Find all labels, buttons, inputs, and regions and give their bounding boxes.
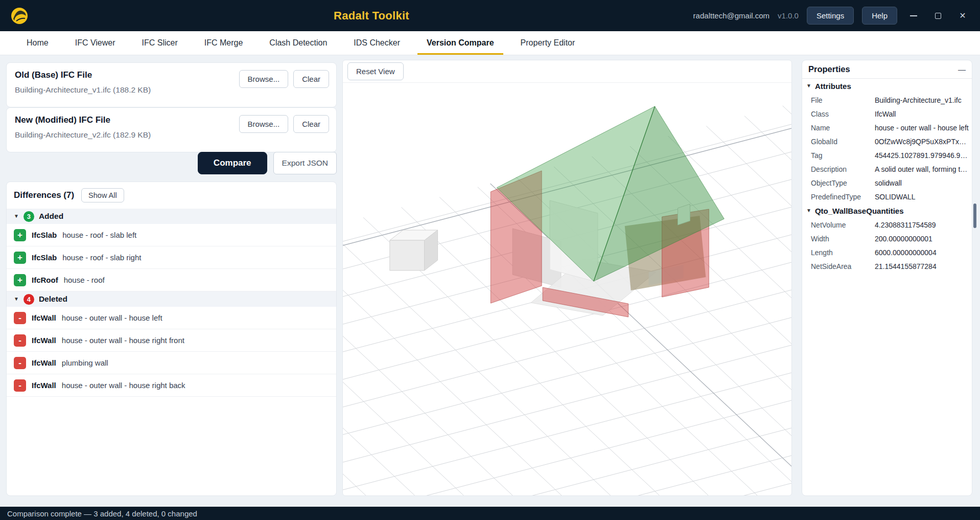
app-title: Radalt Toolkit xyxy=(334,9,409,22)
viewport-3d[interactable]: Reset View xyxy=(342,60,792,496)
tab-version-compare[interactable]: Version Compare xyxy=(413,31,507,55)
prop-key: Width xyxy=(802,235,875,243)
prop-value: SOLIDWALL xyxy=(875,193,919,201)
diff-item-deleted-2[interactable]: - IfcWall house - outer wall - house rig… xyxy=(7,329,336,352)
prop-key: Description xyxy=(802,165,875,173)
prop-value: 21.1544155877284 xyxy=(875,262,940,270)
new-file-clear-button[interactable]: Clear xyxy=(293,115,329,133)
prop-row-tag: Tag 454425.1027891.979946.932... xyxy=(802,148,972,162)
prop-row-length: Length 6000.00000000004 xyxy=(802,245,972,259)
diff-item-desc: house - outer wall - house right front xyxy=(62,336,184,345)
prop-value: 454425.1027891.979946.932... xyxy=(875,151,972,160)
prop-row-class: Class IfcWall xyxy=(802,107,972,121)
minus-icon: - xyxy=(14,357,26,369)
titlebar: Radalt Toolkit radalttech@gmail.com v1.0… xyxy=(0,0,980,31)
prop-row-description: Description A solid outer wall, forming … xyxy=(802,162,972,176)
viewport-toolbar: Reset View xyxy=(343,60,791,83)
properties-title: Properties xyxy=(808,64,850,74)
diff-group-added[interactable]: ▼ 3 Added xyxy=(7,209,336,224)
section-attributes[interactable]: ▼ Attributes xyxy=(802,79,972,93)
caret-down-icon: ▼ xyxy=(14,297,19,302)
prop-key: NetVolume xyxy=(802,221,875,229)
caret-down-icon: ▼ xyxy=(806,208,811,213)
prop-value: A solid outer wall, forming th... xyxy=(875,165,972,173)
tab-clash-detection[interactable]: Clash Detection xyxy=(256,31,340,55)
prop-value: 0OfZwWc8j9QP5uX8xPTxDH xyxy=(875,138,972,146)
tab-ids-checker[interactable]: IDS Checker xyxy=(340,31,413,55)
status-text: Comparison complete — 3 added, 4 deleted… xyxy=(7,509,197,518)
tab-ifc-viewer[interactable]: IFC Viewer xyxy=(62,31,129,55)
diff-item-class: IfcWall xyxy=(32,336,56,345)
tab-property-editor[interactable]: Property Editor xyxy=(507,31,589,55)
minus-icon: - xyxy=(14,379,26,392)
properties-header: Properties — xyxy=(802,60,972,79)
section-qto-label: Qto_WallBaseQuantities xyxy=(815,207,904,215)
prop-row-width: Width 200.00000000001 xyxy=(802,232,972,245)
model-small-cube[interactable] xyxy=(390,230,438,270)
tab-home[interactable]: Home xyxy=(13,31,62,55)
prop-value: 6000.00000000004 xyxy=(875,248,940,257)
prop-value: 200.00000000001 xyxy=(875,235,936,243)
show-all-button[interactable]: Show All xyxy=(81,188,124,202)
properties-scrollbar[interactable] xyxy=(973,204,976,228)
section-attributes-label: Attributes xyxy=(815,82,851,91)
differences-header: Differences (7) Show All xyxy=(7,182,336,209)
diff-item-desc: plumbing wall xyxy=(62,358,108,367)
diff-item-deleted-4[interactable]: - IfcWall house - outer wall - house rig… xyxy=(7,374,336,397)
app-version: v1.0.0 xyxy=(778,11,799,20)
diff-item-desc: house - roof - slab right xyxy=(62,253,141,262)
tab-ifc-merge[interactable]: IFC Merge xyxy=(191,31,256,55)
diff-group-added-label: Added xyxy=(39,212,63,221)
prop-key: Name xyxy=(802,124,875,132)
diff-item-added-3[interactable]: + IfcRoof house - roof xyxy=(7,269,336,291)
account-email: radalttech@gmail.com xyxy=(693,11,769,20)
diff-item-class: IfcRoof xyxy=(32,276,58,284)
minimize-icon xyxy=(910,15,917,16)
old-file-clear-button[interactable]: Clear xyxy=(293,70,329,88)
differences-title: Differences (7) xyxy=(14,190,74,200)
export-json-button[interactable]: Export JSON xyxy=(273,152,337,174)
prop-key: GlobalId xyxy=(802,138,875,146)
diff-item-deleted-1[interactable]: - IfcWall house - outer wall - house lef… xyxy=(7,307,336,329)
diff-group-deleted[interactable]: ▼ 4 Deleted xyxy=(7,291,336,307)
tab-bar: Home IFC Viewer IFC Slicer IFC Merge Cla… xyxy=(0,31,980,55)
new-file-browse-button[interactable]: Browse... xyxy=(239,115,289,133)
prop-row-globalid: GlobalId 0OfZwWc8j9QP5uX8xPTxDH xyxy=(802,134,972,148)
reset-view-button[interactable]: Reset View xyxy=(347,62,404,80)
old-file-browse-button[interactable]: Browse... xyxy=(239,70,289,88)
section-qto-wallbasequantities[interactable]: ▼ Qto_WallBaseQuantities xyxy=(802,204,972,218)
plus-icon: + xyxy=(14,252,26,264)
diff-item-class: IfcSlab xyxy=(32,231,57,239)
diff-item-class: IfcSlab xyxy=(32,253,57,262)
diff-item-desc: house - roof - slab left xyxy=(62,231,136,239)
help-button[interactable]: Help xyxy=(862,7,897,25)
diff-item-desc: house - outer wall - house right back xyxy=(62,381,185,390)
prop-key: File xyxy=(802,96,875,104)
diff-item-added-1[interactable]: + IfcSlab house - roof - slab left xyxy=(7,224,336,246)
diff-group-deleted-label: Deleted xyxy=(39,295,67,304)
settings-button[interactable]: Settings xyxy=(807,7,854,25)
deleted-count-badge: 4 xyxy=(24,294,34,305)
minimize-button[interactable] xyxy=(905,8,922,24)
prop-row-netvolume: NetVolume 4.23088311754589 xyxy=(802,218,972,232)
prop-key: ObjectType xyxy=(802,179,875,187)
prop-value: Building-Architecture_v1.ifc xyxy=(875,96,965,104)
diff-item-deleted-3[interactable]: - IfcWall plumbing wall xyxy=(7,352,336,374)
compare-actions: Compare Export JSON xyxy=(6,152,337,174)
compare-button[interactable]: Compare xyxy=(198,152,267,174)
app-logo-icon xyxy=(9,6,30,26)
prop-key: Class xyxy=(802,110,875,118)
prop-value: house - outer wall - house left xyxy=(875,124,972,132)
plus-icon: + xyxy=(14,229,26,241)
maximize-button[interactable] xyxy=(930,8,946,24)
minus-icon: - xyxy=(14,312,26,324)
prop-row-file: File Building-Architecture_v1.ifc xyxy=(802,93,972,107)
collapse-panel-icon[interactable]: — xyxy=(958,65,966,74)
prop-row-objecttype: ObjectType solidwall xyxy=(802,176,972,190)
prop-key: Tag xyxy=(802,151,875,160)
diff-item-added-2[interactable]: + IfcSlab house - roof - slab right xyxy=(7,246,336,269)
tab-ifc-slicer[interactable]: IFC Slicer xyxy=(129,31,191,55)
close-button[interactable]: ✕ xyxy=(954,8,971,24)
diff-item-class: IfcWall xyxy=(32,313,56,322)
viewport-canvas[interactable] xyxy=(343,83,791,495)
